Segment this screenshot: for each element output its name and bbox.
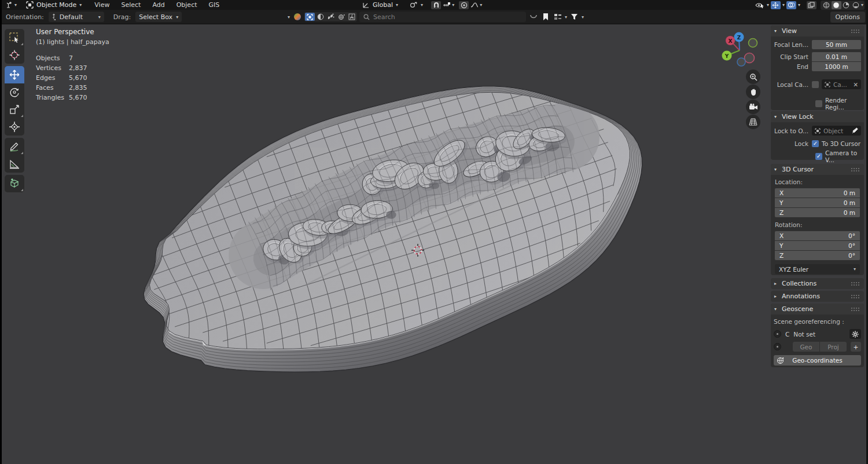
tool-cursor[interactable] xyxy=(5,46,24,64)
render-region-checkbox[interactable] xyxy=(815,100,822,107)
search-input[interactable] xyxy=(373,13,506,21)
collection-caret[interactable]: ▾ xyxy=(565,14,567,20)
axis-x-neg xyxy=(745,53,755,63)
shading-wireframe-button[interactable] xyxy=(822,1,832,9)
add-crs-button[interactable]: + xyxy=(851,342,861,352)
tool-select-box[interactable] xyxy=(5,29,24,46)
mode-dropdown[interactable]: Object Mode▾ xyxy=(23,0,85,10)
panel-annotations: ▸Annotations xyxy=(771,291,864,302)
clip-end-field[interactable]: 1000 m xyxy=(812,62,861,71)
panel-grip[interactable] xyxy=(851,294,860,298)
cursor-rotation-y[interactable]: Y0° xyxy=(775,241,860,250)
shading-caret[interactable]: ▾ xyxy=(861,2,863,8)
panel-annotations-header[interactable]: ▸Annotations xyxy=(771,291,864,302)
object-visibility-icon[interactable] xyxy=(755,1,765,9)
panel-view-header[interactable]: ▾View xyxy=(771,25,864,36)
cursor-location-x[interactable]: X0 m xyxy=(775,188,860,198)
pan-hand-button[interactable] xyxy=(746,85,760,99)
focal-length-field[interactable]: 50 mm xyxy=(812,40,861,49)
axis-gizmo[interactable]: Z X Y xyxy=(718,30,764,71)
menu-select[interactable]: Select xyxy=(115,0,146,10)
clear-camera-icon[interactable]: ✕ xyxy=(853,81,858,88)
shading-material-button[interactable] xyxy=(841,1,851,9)
to-3d-cursor-label: To 3D Cursor xyxy=(822,140,860,147)
transform-orientation-dropdown[interactable]: Global▾ xyxy=(359,0,402,10)
material-preview-sphere-icon[interactable] xyxy=(292,13,302,21)
crs-radio-2[interactable] xyxy=(774,343,781,350)
to-3d-cursor-checkbox[interactable]: ✓ xyxy=(812,140,819,147)
mode-object-button[interactable] xyxy=(305,13,315,21)
mode-gis-globe-button[interactable] xyxy=(336,13,346,21)
panel-3d-cursor-header[interactable]: ▾3D Cursor xyxy=(771,164,864,175)
mode-sculpt-button[interactable] xyxy=(315,13,325,21)
menu-gis[interactable]: GIS xyxy=(203,0,226,10)
mode-texture-paint-button[interactable] xyxy=(347,13,356,21)
lock-to-object-field[interactable]: Object xyxy=(812,126,861,136)
tool-measure[interactable] xyxy=(5,155,24,173)
shading-rendered-button[interactable] xyxy=(851,1,861,9)
camera-view-button[interactable] xyxy=(746,100,760,114)
overlays-caret[interactable]: ▾ xyxy=(798,2,800,8)
gear-icon xyxy=(852,331,859,338)
shading-solid-button[interactable] xyxy=(832,1,841,9)
panel-collections-header[interactable]: ▸Collections xyxy=(771,278,864,289)
editor-type-icon[interactable] xyxy=(5,1,14,9)
panel-grip[interactable] xyxy=(851,29,860,33)
drag-dropdown[interactable]: Select Box▾ xyxy=(135,12,182,22)
editor-type-caret[interactable]: ▾ xyxy=(14,2,17,8)
xray-toggle[interactable] xyxy=(807,1,816,9)
panel-grip[interactable] xyxy=(851,282,860,286)
geo-coordinates-button[interactable]: Geo-coordinates xyxy=(774,355,861,366)
orientation-dropdown[interactable]: Default ▾ xyxy=(49,12,104,22)
local-camera-checkbox[interactable] xyxy=(812,81,819,88)
tool-annotate[interactable] xyxy=(5,138,24,155)
falloff-curve-icon[interactable] xyxy=(528,13,538,21)
cursor-rotation-z[interactable]: Z0° xyxy=(775,251,860,260)
panel-view-lock-header[interactable]: ▾View Lock xyxy=(771,111,864,122)
snap-magnet-icon[interactable] xyxy=(431,1,441,9)
bookmark-icon[interactable] xyxy=(540,13,550,21)
proportional-caret[interactable]: ▾ xyxy=(480,2,482,8)
filter-caret[interactable]: ▾ xyxy=(582,14,584,20)
tool-add-cube[interactable] xyxy=(5,175,24,192)
proportional-falloff-icon[interactable] xyxy=(469,1,479,9)
local-camera-field[interactable]: Ca... ✕ xyxy=(822,79,861,89)
proj-button[interactable]: Proj xyxy=(820,342,847,352)
collection-visibility-icon[interactable] xyxy=(553,13,562,21)
pivot-icon xyxy=(410,1,418,9)
eyedropper-icon[interactable] xyxy=(852,127,858,134)
panel-grip[interactable] xyxy=(851,167,860,171)
crs-radio[interactable] xyxy=(774,330,781,338)
snap-increment-icon[interactable] xyxy=(442,1,451,9)
menu-object[interactable]: Object xyxy=(171,0,203,10)
camera-to-view-checkbox[interactable]: ✓ xyxy=(815,153,822,160)
snap-caret[interactable]: ▾ xyxy=(452,2,454,8)
options-button[interactable]: Options xyxy=(830,12,865,23)
perspective-toggle-button[interactable] xyxy=(746,115,760,129)
menu-add[interactable]: Add xyxy=(146,0,170,10)
geo-button[interactable]: Geo xyxy=(793,342,819,352)
show-gizmo-toggle[interactable] xyxy=(771,1,781,9)
tool-rotate[interactable] xyxy=(5,83,24,101)
panel-grip[interactable] xyxy=(851,307,860,311)
gizmo-caret[interactable]: ▾ xyxy=(782,2,785,8)
tool-move[interactable] xyxy=(5,66,24,83)
zoom-button[interactable] xyxy=(746,70,760,84)
clip-start-field[interactable]: 0.01 m xyxy=(812,52,861,61)
tool-transform[interactable] xyxy=(5,118,24,136)
pivot-point-dropdown[interactable]: ▾ xyxy=(406,0,426,10)
tool-scale[interactable] xyxy=(5,101,24,118)
menu-view[interactable]: View xyxy=(89,0,115,10)
crs-settings-button[interactable] xyxy=(849,329,861,339)
proportional-editing-icon[interactable] xyxy=(459,1,469,9)
panel-geoscene-header[interactable]: ▾Geoscene xyxy=(771,304,864,315)
cursor-rotation-x[interactable]: X0° xyxy=(775,231,860,240)
cursor-location-z[interactable]: Z0 m xyxy=(775,208,860,217)
filter-icon[interactable] xyxy=(569,13,579,21)
header-collapse-caret[interactable]: ▾ xyxy=(288,14,290,20)
visibility-caret[interactable]: ▾ xyxy=(767,2,769,8)
euler-order-dropdown[interactable]: XYZ Euler▾ xyxy=(775,264,860,274)
mode-vertex-paint-button[interactable] xyxy=(326,13,336,21)
show-overlays-toggle[interactable] xyxy=(786,1,796,9)
cursor-location-y[interactable]: Y0 m xyxy=(775,198,860,207)
